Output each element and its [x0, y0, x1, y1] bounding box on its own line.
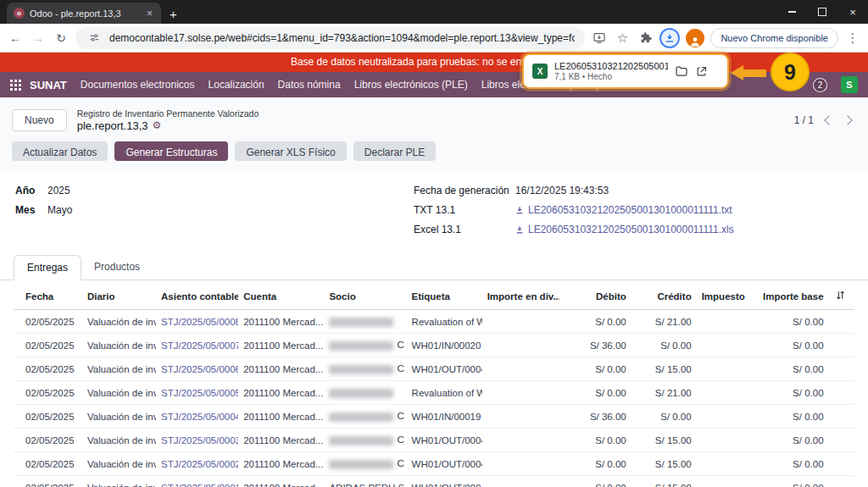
- col-impuesto[interactable]: Impuesto: [697, 283, 748, 310]
- declare-ple-button[interactable]: Declarar PLE: [353, 141, 436, 161]
- optional-columns-icon[interactable]: [829, 283, 854, 310]
- cell-asiento[interactable]: STJ/2025/05/0002: [156, 452, 238, 476]
- month-value[interactable]: Mayo: [47, 204, 72, 216]
- table-row[interactable]: 02/05/2025Valuación de inve...STJ/2025/0…: [14, 452, 854, 476]
- generate-xls-button[interactable]: Generar XLS Físico: [235, 141, 346, 161]
- profile-avatar-icon[interactable]: [686, 29, 704, 47]
- nav-item-documentos-electronicos[interactable]: Documentos electronicos: [81, 79, 195, 91]
- cell-etiqueta: WH01/OUT/0004...: [407, 476, 482, 487]
- cell-asiento[interactable]: STJ/2025/05/0006: [156, 357, 238, 381]
- cell-cuenta: 2011100 Mercad...: [238, 381, 324, 405]
- col-credito[interactable]: Crédito: [632, 283, 697, 310]
- tab-productos[interactable]: Productos: [81, 255, 153, 279]
- generate-structures-button[interactable]: Generar Estructuras: [114, 141, 228, 161]
- col-fecha[interactable]: Fecha: [14, 283, 82, 310]
- window-maximize-button[interactable]: [807, 0, 837, 24]
- install-app-icon[interactable]: [591, 31, 608, 45]
- excel-file-link[interactable]: LE20605310321202505001301000011111.xls: [515, 224, 734, 235]
- cell-impuesto: [697, 476, 748, 487]
- cell-asiento[interactable]: STJ/2025/05/0008: [156, 310, 238, 334]
- nav-item-libros-ple[interactable]: Libros electrónicos (PLE): [354, 79, 468, 91]
- update-data-button[interactable]: Actualizar Datos: [12, 141, 108, 161]
- new-record-button[interactable]: Nuevo: [12, 109, 67, 131]
- col-etiqueta[interactable]: Etiqueta: [407, 283, 482, 310]
- cell-fecha: 02/05/2025: [14, 357, 82, 381]
- nav-item-datos-nomina[interactable]: Datos nómina: [278, 79, 341, 91]
- address-bar[interactable]: democontable17.solse.pe/web#cids=1&menu_…: [75, 27, 585, 49]
- journal-entry-link[interactable]: STJ/2025/05/0003: [161, 435, 238, 445]
- show-in-folder-icon[interactable]: [675, 64, 688, 78]
- cell-socio: [324, 381, 406, 405]
- new-tab-icon[interactable]: +: [170, 8, 177, 20]
- cell-asiento[interactable]: STJ/2025/05/0005: [156, 381, 238, 405]
- menu-dots-icon[interactable]: ⋮: [844, 30, 861, 46]
- tab-close-icon[interactable]: ×: [145, 8, 154, 19]
- window-close-button[interactable]: ×: [837, 0, 868, 24]
- cell-asiento[interactable]: STJ/2025/05/0004: [156, 405, 238, 429]
- cell-credito: S/ 21.00: [632, 381, 697, 405]
- journal-entry-link[interactable]: STJ/2025/05/0002: [161, 459, 238, 469]
- table-row[interactable]: 02/05/2025Valuación de inve...STJ/2025/0…: [14, 357, 854, 381]
- col-asiento[interactable]: Asiento contable: [156, 283, 238, 310]
- pager-prev-icon[interactable]: [824, 115, 833, 125]
- user-avatar[interactable]: S: [841, 76, 858, 93]
- window-minimize-button[interactable]: [776, 0, 807, 24]
- cell-etiqueta: Revaluation of W...: [407, 381, 482, 405]
- table-row[interactable]: 02/05/2025Valuación de inve...STJ/2025/0…: [14, 405, 854, 429]
- pager: 1 / 1: [794, 114, 856, 126]
- col-importe-divisa[interactable]: Importe en div...: [482, 283, 559, 310]
- pager-next-icon[interactable]: [843, 115, 852, 125]
- table-row[interactable]: 02/05/2025Valuación de inve...STJ/2025/0…: [14, 310, 854, 334]
- col-socio[interactable]: Socio: [324, 283, 406, 310]
- cell-asiento[interactable]: STJ/2025/05/0003: [156, 429, 238, 452]
- forward-icon[interactable]: →: [30, 31, 47, 45]
- col-cuenta[interactable]: Cuenta: [238, 283, 324, 310]
- journal-entry-link[interactable]: STJ/2025/05/0007: [161, 340, 238, 351]
- table-row[interactable]: 02/05/2025Valuación de inve...STJ/2025/0…: [14, 476, 854, 487]
- table-body: 02/05/2025Valuación de inve...STJ/2025/0…: [14, 310, 854, 487]
- col-diario[interactable]: Diario: [82, 283, 156, 310]
- cell-credito: S/ 0.00: [632, 405, 697, 429]
- reload-icon[interactable]: ↻: [53, 31, 70, 45]
- site-info-icon[interactable]: [86, 32, 103, 43]
- cell-diario: Valuación de inve...: [82, 429, 156, 452]
- breadcrumb-title[interactable]: Registro de Inventario Permanente Valori…: [77, 108, 259, 119]
- journal-entry-link[interactable]: STJ/2025/05/0005: [161, 388, 238, 398]
- app-brand[interactable]: SUNAT: [30, 79, 67, 91]
- activities-badge[interactable]: 2: [813, 78, 827, 92]
- col-importe-base[interactable]: Importe base: [748, 283, 828, 310]
- download-bubble[interactable]: X LE20605310321202505001301000011111.xls…: [522, 53, 729, 89]
- table-row[interactable]: 02/05/2025Valuación de inve...STJ/2025/0…: [14, 334, 854, 357]
- table-row[interactable]: 02/05/2025Valuación de inve...STJ/2025/0…: [14, 381, 854, 405]
- cell-credito: S/ 15.00: [632, 476, 697, 487]
- cell-fecha: 02/05/2025: [14, 381, 82, 405]
- year-value[interactable]: 2025: [47, 185, 70, 196]
- action-gear-icon[interactable]: ⚙: [153, 120, 162, 130]
- cell-importe_base: S/ 0.00: [748, 310, 828, 334]
- cell-asiento[interactable]: STJ/2025/05/0007: [156, 334, 238, 357]
- tab-entregas[interactable]: Entregas: [14, 255, 81, 280]
- excel-file-icon: X: [532, 64, 548, 79]
- journal-entry-link[interactable]: STJ/2025/05/0004: [161, 412, 238, 422]
- open-file-icon[interactable]: [695, 65, 708, 78]
- cell-importe_divisa: [482, 405, 559, 429]
- col-debito[interactable]: Débito: [559, 283, 632, 310]
- journal-entry-link[interactable]: STJ/2025/05/0008: [161, 317, 238, 327]
- cell-socio: C: [324, 405, 406, 429]
- journal-entry-link[interactable]: STJ/2025/05/0006: [161, 364, 238, 374]
- redacted-partner: [329, 436, 393, 445]
- table-row[interactable]: 02/05/2025Valuación de inve...STJ/2025/0…: [14, 429, 854, 452]
- extensions-icon[interactable]: [637, 31, 654, 44]
- txt-file-link[interactable]: LE20605310321202505001301000011111.txt: [515, 204, 732, 216]
- cell-debito: S/ 0.00: [559, 476, 632, 487]
- back-icon[interactable]: ←: [7, 31, 24, 45]
- downloads-icon[interactable]: [659, 28, 680, 48]
- cell-credito: S/ 15.00: [632, 357, 697, 381]
- apps-grid-icon[interactable]: [10, 80, 21, 91]
- journal-entry-link[interactable]: STJ/2025/05/0001: [161, 483, 238, 487]
- bookmark-star-icon[interactable]: ☆: [614, 30, 631, 46]
- cell-asiento[interactable]: STJ/2025/05/0001: [156, 476, 238, 487]
- nav-item-localizacion[interactable]: Localización: [209, 79, 264, 91]
- chrome-update-button[interactable]: Nuevo Chrome disponible: [710, 28, 838, 48]
- browser-tab[interactable]: o Odoo - ple.report.13,3 ×: [7, 3, 161, 24]
